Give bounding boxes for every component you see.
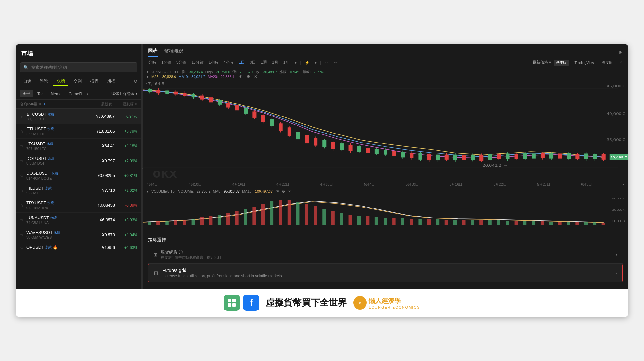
coin-info-fil: FILUSDT 永續 5.38M FIL (26, 186, 83, 195)
tab-yongxu[interactable]: 永續 (53, 77, 68, 86)
expand-dropdown-icon[interactable]: ▾ (293, 60, 298, 66)
indicator2-icon[interactable]: ▾ (313, 60, 318, 66)
ma10-val: 30,021.7 (191, 75, 205, 79)
coin-price-ltc: ¥64.41 (83, 143, 115, 148)
time-1h[interactable]: 1小時 (207, 59, 220, 66)
time-fen[interactable]: 分時 (147, 59, 158, 66)
coin-price-waves: ¥9.573 (83, 232, 115, 237)
coin-change-waves: +1.04% (115, 233, 137, 237)
svg-rect-140 (288, 200, 291, 225)
tab-chart[interactable]: 圖表 (148, 48, 158, 57)
lounger-text-group: 懶人經濟學 LOUNGER ECONOMICS (369, 297, 420, 309)
price-mode-btn[interactable]: 最新價格 ▾ (533, 60, 551, 65)
time-3d[interactable]: 3日 (248, 59, 258, 66)
coin-row-luna[interactable]: ☆ LUNAUSDT 永續 74.03M LUNA ¥6.9574 +3.93% (16, 213, 141, 227)
coin-row-doge[interactable]: ☆ DOGEUSDT 永續 814.40M DOGE ¥0.08255 +0.8… (16, 168, 141, 183)
coin-row-trx[interactable]: ☆ TRXUSDT 永續 948.18M TRX ¥0.08458 -0.39% (16, 198, 141, 213)
coin-info-btc: BTCUSDT 永續 89,130 BTC (27, 112, 82, 121)
coin-row-dot[interactable]: ☆ DOTUSDT 永續 8.38M DOT ¥9.797 +2.09% (16, 153, 141, 168)
filter-all[interactable]: 全部 (20, 90, 33, 97)
filter-more-icon[interactable]: › (87, 92, 88, 96)
star-icon-trx[interactable]: ☆ (20, 203, 24, 208)
star-icon-ltc[interactable]: ☆ (20, 144, 24, 148)
tab-qiquan[interactable]: 期權 (104, 77, 118, 86)
col-refresh-icon[interactable]: ↺ (43, 102, 45, 106)
coin-price-trx: ¥0.08458 (83, 203, 115, 208)
star-icon-eth[interactable]: ☆ (20, 129, 24, 134)
coin-row-waves[interactable]: ☆ WAVESUSDT 永續 38.05M WAVES ¥9.573 +1.04… (16, 227, 141, 242)
tab-market-overview[interactable]: 幣種概況 (164, 48, 184, 57)
close-icon[interactable]: ✕ (254, 74, 257, 79)
vol-label: VOLUME(5,10) (151, 190, 175, 193)
time-1y[interactable]: 1年 (282, 59, 291, 66)
star-icon-luna[interactable]: ☆ (20, 218, 24, 222)
star-icon-btc[interactable]: ☆ (20, 114, 24, 119)
chart-toolbar: 分時 1分鐘 5分鐘 15分鐘 1小時 4小時 1日 3日 1週 1月 1年 ▾… (143, 57, 628, 68)
pencil-icon[interactable]: ✏ (332, 60, 338, 66)
spot-grid-arrow: › (616, 252, 618, 258)
star-icon-doge[interactable]: ☆ (20, 173, 24, 178)
star-icon-fil[interactable]: ☆ (20, 188, 24, 193)
date-4: 4月22日 (276, 182, 289, 187)
tab-bibi[interactable]: 幣幣 (37, 77, 52, 86)
time-1d[interactable]: 1日 (237, 59, 246, 66)
coin-name-fil: FILUSDT 永續 (26, 186, 83, 190)
vol-close-icon[interactable]: ✕ (288, 189, 291, 194)
svg-rect-129 (192, 219, 195, 225)
svg-rect-177 (228, 299, 231, 302)
time-1w[interactable]: 1週 (259, 59, 269, 66)
scroll-right-icon[interactable]: › (623, 182, 624, 187)
coin-info-waves: WAVESUSDT 永續 38.05M WAVES (26, 230, 83, 239)
tab-zixuan[interactable]: 自選 (20, 77, 35, 86)
coin-name-dot: DOTUSDT 永續 (26, 156, 83, 161)
grid-icon[interactable]: ⊞ (619, 49, 623, 55)
eye-icon[interactable]: 👁 (239, 74, 243, 79)
coin-row-fil[interactable]: ☆ FILUSDT 永續 5.38M FIL ¥7.716 +2.02% (16, 183, 141, 198)
time-1m[interactable]: 1分鐘 (160, 59, 173, 66)
star-icon-op[interactable]: ☆ (20, 245, 24, 250)
coin-row-ltc[interactable]: ☆ LTCUSDT 永續 797,150 LTC ¥64.41 +1.18% (16, 139, 141, 153)
view-depth[interactable]: 深度圖 (599, 60, 615, 66)
refresh-icon[interactable]: ↺ (134, 79, 137, 84)
svg-rect-170 (549, 222, 553, 225)
tab-jiaoge[interactable]: 交割 (70, 77, 85, 86)
svg-text:35,000.0: 35,000.0 (607, 138, 626, 142)
sidebar-search-box[interactable]: 🔍 (20, 62, 137, 72)
star-icon-dot[interactable]: ☆ (20, 159, 24, 163)
settings-icon[interactable]: ⚙ (247, 74, 250, 79)
spot-grid-item[interactable]: ⊞ 現貨網格 ⓘ 在震蕩行情中自動低買高賣，穩定套利 › (148, 246, 623, 264)
coin-row-eth[interactable]: ☆ ETHUSDT 永續 2.09M ETH ¥1,831.05 +0.79% (16, 124, 141, 139)
svg-rect-142 (305, 204, 308, 225)
coin-change-trx: -0.39% (115, 203, 137, 208)
fullscreen-icon[interactable]: ⤢ (618, 60, 624, 66)
svg-rect-160 (462, 220, 466, 225)
drawing-icon[interactable]: 〰 (323, 60, 330, 66)
view-basic[interactable]: 基本版 (554, 60, 569, 66)
ohlc-close: 30,489.7 (263, 70, 277, 74)
search-input[interactable] (31, 65, 134, 70)
time-4h[interactable]: 4小時 (222, 59, 235, 66)
coin-row-op[interactable]: ☆ OPUSDT 永續 🔥 ¥1.656 +1.63% (16, 242, 141, 253)
time-1mo[interactable]: 1月 (270, 59, 280, 66)
indicator-icon[interactable]: ⚡ (303, 60, 311, 66)
coin-row-btc[interactable]: ☆ BTCUSDT 永續 89,130 BTC ¥30,489.7 +0.94% (16, 109, 141, 124)
coin-change-luna: +3.93% (115, 218, 137, 222)
svg-rect-164 (497, 220, 500, 225)
vol-settings-icon[interactable]: ⚙ (282, 189, 285, 194)
time-5m[interactable]: 5分鐘 (175, 59, 188, 66)
svg-rect-165 (506, 221, 509, 225)
svg-text:OKX: OKX (153, 169, 177, 180)
filter-meme[interactable]: Meme (48, 91, 64, 97)
filter-gamefi[interactable]: GameFi (66, 91, 85, 97)
futures-grid-icon: ⊞ (154, 270, 158, 277)
time-15m[interactable]: 15分鐘 (190, 59, 205, 66)
view-tradingview[interactable]: TradingView (572, 60, 597, 65)
filter-dropdown[interactable]: USDT 保證金 ▾ (111, 91, 137, 97)
tab-gangang[interactable]: 槓桿 (87, 77, 102, 86)
filter-top[interactable]: Top (35, 91, 46, 97)
star-icon-waves[interactable]: ☆ (20, 233, 24, 237)
futures-grid-item[interactable]: ⊞ Futures grid Increase funds utilizatio… (148, 264, 623, 282)
coin-name-luna: LUNAUSDT 永續 (26, 215, 83, 220)
svg-rect-158 (445, 220, 448, 225)
vol-eye-icon[interactable]: 👁 (275, 189, 279, 194)
